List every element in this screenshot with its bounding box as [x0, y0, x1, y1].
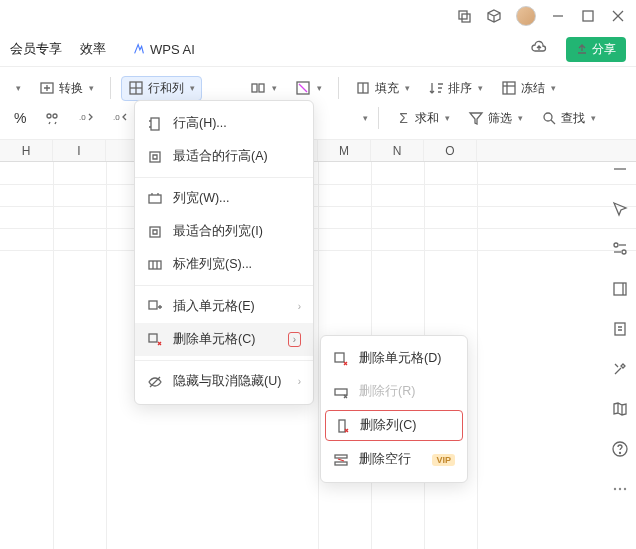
delete-blank-icon	[333, 452, 349, 468]
bestfit-col-icon	[147, 224, 163, 240]
fill-button[interactable]: 填充▾	[349, 77, 416, 100]
svg-rect-3	[583, 11, 593, 21]
svg-point-50	[619, 488, 621, 490]
chevron-right-icon: ›	[288, 332, 301, 347]
fill-label: 填充	[375, 80, 399, 97]
menu-col-width-label: 列宽(W)...	[173, 190, 230, 207]
maximize-icon[interactable]	[580, 8, 596, 24]
find-button[interactable]: 查找▾	[535, 107, 602, 130]
comma-button[interactable]	[38, 107, 66, 129]
svg-rect-35	[335, 353, 344, 362]
submenu-delete-row-label: 删除行(R)	[359, 383, 415, 400]
avatar[interactable]	[516, 6, 536, 26]
rowcol-button[interactable]: 行和列▾	[121, 76, 202, 101]
settings-icon[interactable]	[611, 240, 629, 258]
share-button[interactable]: 分享	[566, 37, 626, 62]
menu-row-height[interactable]: 行高(H)...	[135, 107, 313, 140]
column-headers[interactable]: H I M N O	[0, 140, 636, 162]
sort-label: 排序	[448, 80, 472, 97]
filter-button[interactable]: 筛选▾	[462, 107, 529, 130]
menu-std-colwidth[interactable]: 标准列宽(S)...	[135, 248, 313, 281]
bestfit-row-icon	[147, 149, 163, 165]
vip-badge: VIP	[432, 454, 455, 466]
svg-rect-29	[149, 261, 161, 269]
svg-rect-27	[149, 195, 161, 203]
convert-label: 转换	[59, 80, 83, 97]
svg-point-49	[614, 488, 616, 490]
sum-label: 求和	[415, 110, 439, 127]
more-icon[interactable]	[611, 480, 629, 498]
menu-insert-cells-label: 插入单元格(E)	[173, 298, 255, 315]
sum-button[interactable]: Σ求和▾	[389, 107, 456, 130]
decrease-decimal-button[interactable]: .0	[106, 107, 134, 129]
cube-icon[interactable]	[486, 8, 502, 24]
side-toolbar	[604, 160, 636, 498]
clipboard-icon[interactable]	[611, 320, 629, 338]
help-icon[interactable]	[611, 440, 629, 458]
submenu-delete-blank[interactable]: 删除空行 VIP	[321, 443, 467, 476]
svg-point-43	[622, 250, 626, 254]
svg-rect-25	[151, 118, 159, 130]
svg-rect-36	[335, 389, 347, 395]
svg-rect-46	[615, 323, 625, 335]
close-icon[interactable]	[610, 8, 626, 24]
std-colwidth-icon	[147, 257, 163, 273]
svg-text:.0: .0	[113, 113, 120, 122]
svg-rect-13	[259, 84, 264, 92]
svg-rect-12	[252, 84, 257, 92]
window-copy-icon[interactable]	[456, 8, 472, 24]
row-height-icon	[147, 116, 163, 132]
submenu-delete-col[interactable]: 删除列(C)	[325, 410, 463, 441]
menu-bestfit-row[interactable]: 最适合的行高(A)	[135, 140, 313, 173]
menu-hide-unhide[interactable]: 隐藏与取消隐藏(U) ›	[135, 365, 313, 398]
menu-std-colwidth-label: 标准列宽(S)...	[173, 256, 252, 273]
format-button[interactable]: ▾	[289, 77, 328, 99]
tab-member[interactable]: 会员专享	[10, 40, 62, 58]
delete-cells-icon	[333, 351, 349, 367]
menu-bestfit-col[interactable]: 最适合的列宽(I)	[135, 215, 313, 248]
submenu-delete-cells-label: 删除单元格(D)	[359, 350, 441, 367]
expand-icon[interactable]: ▾	[363, 113, 368, 123]
map-icon[interactable]	[611, 400, 629, 418]
svg-rect-0	[459, 11, 467, 19]
freeze-button[interactable]: 冻结▾	[495, 77, 562, 100]
increase-decimal-button[interactable]: .0	[72, 107, 100, 129]
filter-label: 筛选	[488, 110, 512, 127]
col-o[interactable]: O	[424, 140, 477, 161]
svg-rect-38	[335, 455, 347, 458]
spreadsheet-grid[interactable]	[0, 162, 636, 549]
tab-efficiency[interactable]: 效率	[80, 40, 106, 58]
col-h[interactable]: H	[0, 140, 53, 161]
wps-ai-button[interactable]: WPS AI	[132, 42, 195, 57]
col-m[interactable]: M	[318, 140, 371, 161]
svg-rect-26	[150, 152, 160, 162]
svg-rect-33	[149, 334, 157, 342]
menu-col-width[interactable]: 列宽(W)...	[135, 182, 313, 215]
tools-icon[interactable]	[611, 360, 629, 378]
merge-button[interactable]: ▾	[244, 77, 283, 99]
svg-point-19	[47, 114, 51, 118]
minus-icon[interactable]	[611, 160, 629, 178]
dropdown-1[interactable]: ▾	[8, 80, 27, 96]
col-n[interactable]: N	[371, 140, 424, 161]
svg-rect-1	[462, 14, 470, 22]
convert-button[interactable]: 转换▾	[33, 77, 100, 100]
submenu-delete-cells[interactable]: 删除单元格(D)	[321, 342, 467, 375]
percent-button[interactable]: %	[8, 107, 32, 129]
wps-ai-label: WPS AI	[150, 42, 195, 57]
menu-insert-cells[interactable]: 插入单元格(E) ›	[135, 290, 313, 323]
hide-icon	[147, 374, 163, 390]
svg-point-20	[53, 114, 57, 118]
svg-rect-28	[150, 227, 160, 237]
layout-icon[interactable]	[611, 280, 629, 298]
menu-bestfit-col-label: 最适合的列宽(I)	[173, 223, 263, 240]
col-width-icon	[147, 191, 163, 207]
svg-line-24	[551, 120, 555, 124]
sort-button[interactable]: 排序▾	[422, 77, 489, 100]
cloud-icon[interactable]	[530, 39, 548, 60]
menu-delete-cells[interactable]: 删除单元格(C) ›	[135, 323, 313, 356]
col-i[interactable]: I	[53, 140, 106, 161]
freeze-label: 冻结	[521, 80, 545, 97]
cursor-icon[interactable]	[611, 200, 629, 218]
minimize-icon[interactable]	[550, 8, 566, 24]
